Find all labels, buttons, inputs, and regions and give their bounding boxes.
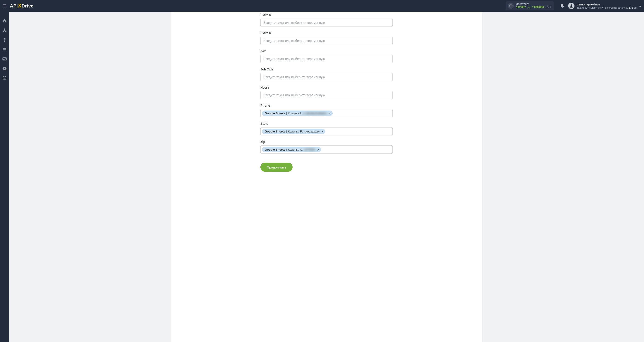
actions-label: Действия: <box>516 3 551 6</box>
tag-source: Google Sheets <box>265 130 285 133</box>
top-nav: APIXDrive Действия: 142'687 из 1'000'000… <box>0 0 644 12</box>
address-card-icon <box>2 56 7 61</box>
tag-state: Google Sheets | Колонка R: «Киевская» × <box>262 129 325 134</box>
input-fax[interactable] <box>260 55 393 63</box>
tag-separator: | <box>286 112 287 115</box>
tag-zip: Google Sheets | Колонка O: «07556» × <box>262 147 321 152</box>
label-job-title: Job Title <box>260 68 393 71</box>
sidebar-item-billing[interactable] <box>0 35 9 44</box>
user-tariff: Тариф |Стандарт| (new) до оплаты осталос… <box>577 6 636 9</box>
label-state: State <box>260 122 393 126</box>
actions-extra: (149 <box>546 6 551 9</box>
sidebar <box>0 12 9 342</box>
svg-point-11 <box>4 58 4 59</box>
bell-icon <box>560 4 564 8</box>
tag-source: Google Sheets <box>265 148 285 151</box>
actions-text: Действия: 142'687 из 1'000'000 (149 <box>516 3 551 9</box>
card: Extra 5 Extra 6 Fax Job Title Notes Phon <box>171 12 482 342</box>
notifications-button[interactable] <box>558 0 567 12</box>
field-extra5: Extra 5 <box>260 13 393 27</box>
brand-logo[interactable]: APIXDrive <box>10 3 34 8</box>
label-notes: Notes <box>260 86 393 89</box>
form: Extra 5 Extra 6 Fax Job Title Notes Phon <box>260 12 393 172</box>
continue-button[interactable]: Продолжить <box>260 162 292 172</box>
label-extra6: Extra 6 <box>260 31 393 35</box>
field-job-title: Job Title <box>260 68 393 81</box>
label-extra5: Extra 5 <box>260 13 393 17</box>
actions-sep: из <box>528 6 530 9</box>
svg-rect-8 <box>3 31 4 32</box>
input-zip[interactable]: Google Sheets | Колонка O: «07556» × <box>260 146 393 154</box>
svg-rect-5 <box>511 5 511 6</box>
label-zip: Zip <box>260 140 393 144</box>
tariff-days: 135 <box>629 6 633 9</box>
avatar <box>568 3 574 9</box>
input-extra6[interactable] <box>260 37 393 45</box>
sidebar-item-projects[interactable] <box>0 45 9 54</box>
page: Extra 5 Extra 6 Fax Job Title Notes Phon <box>9 0 644 342</box>
tag-separator: | <box>286 148 287 151</box>
home-icon <box>2 18 7 23</box>
tag-value: «Киевская» <box>304 130 320 133</box>
sidebar-item-integrations[interactable] <box>0 26 9 35</box>
brand-x: X <box>18 2 22 9</box>
actions-counter[interactable]: Действия: 142'687 из 1'000'000 (149 <box>506 1 554 10</box>
field-phone: Phone Google Sheets | Колонка I: «+38098… <box>260 104 393 117</box>
dollar-icon <box>2 38 7 42</box>
tag-source: Google Sheets <box>265 112 285 115</box>
hamburger-button[interactable] <box>0 0 9 12</box>
input-notes[interactable] <box>260 91 393 99</box>
user-icon <box>569 4 574 8</box>
field-zip: Zip Google Sheets | Колонка O: «07556» × <box>260 140 393 154</box>
user-name: demo_apix-drive <box>577 2 636 6</box>
field-fax: Fax <box>260 49 393 63</box>
sidebar-item-help[interactable] <box>0 74 9 82</box>
question-icon <box>2 76 7 80</box>
field-extra6: Extra 6 <box>260 31 393 45</box>
input-state[interactable]: Google Sheets | Колонка R: «Киевская» × <box>260 127 393 136</box>
svg-point-6 <box>571 4 572 6</box>
sidebar-item-contacts[interactable] <box>0 54 9 64</box>
brand-suffix: Drive <box>22 4 34 8</box>
sidebar-item-home[interactable] <box>0 16 9 25</box>
actions-values: 142'687 из 1'000'000 (149 <box>516 6 551 9</box>
briefcase-icon <box>2 47 7 52</box>
info-icon <box>508 3 514 9</box>
youtube-icon <box>2 66 7 71</box>
field-notes: Notes <box>260 86 393 99</box>
tag-remove-button[interactable]: × <box>329 112 331 115</box>
sitemap-icon <box>2 28 7 32</box>
actions-limit: 1'000'000 <box>532 6 544 9</box>
label-fax: Fax <box>260 49 393 53</box>
tag-column: Колонка O: <box>288 148 303 151</box>
tag-remove-button[interactable]: × <box>321 130 323 133</box>
input-job-title[interactable] <box>260 73 393 81</box>
tag-value: «+380982636862» <box>302 112 327 115</box>
field-state: State Google Sheets | Колонка R: «Киевск… <box>260 122 393 136</box>
hamburger-icon <box>2 4 7 8</box>
tag-value: «07556» <box>304 148 316 151</box>
sidebar-item-videos[interactable] <box>0 64 9 73</box>
svg-point-17 <box>4 78 5 79</box>
tag-separator: | <box>286 130 287 133</box>
svg-rect-4 <box>511 6 511 6</box>
chevron-down-icon: ⌄ <box>638 4 641 8</box>
actions-current: 142'687 <box>516 6 526 9</box>
tag-phone: Google Sheets | Колонка I: «+38098263686… <box>262 110 333 116</box>
tag-column: Колонка R: <box>288 130 303 133</box>
tag-remove-button[interactable]: × <box>317 148 319 151</box>
input-extra5[interactable] <box>260 18 393 27</box>
svg-rect-9 <box>5 31 6 32</box>
user-menu[interactable]: demo_apix-drive Тариф |Стандарт| (new) д… <box>567 0 644 12</box>
tariff-prefix: Тариф |Стандарт| (new) до оплаты осталос… <box>577 6 629 9</box>
label-phone: Phone <box>260 104 393 107</box>
input-phone[interactable]: Google Sheets | Колонка I: «+38098263686… <box>260 109 393 117</box>
svg-rect-7 <box>4 28 5 30</box>
tag-column: Колонка I: <box>288 112 302 115</box>
brand-prefix: API <box>10 4 18 8</box>
tariff-suffix: дн <box>633 6 636 9</box>
user-text: demo_apix-drive Тариф |Стандарт| (new) д… <box>577 2 636 9</box>
